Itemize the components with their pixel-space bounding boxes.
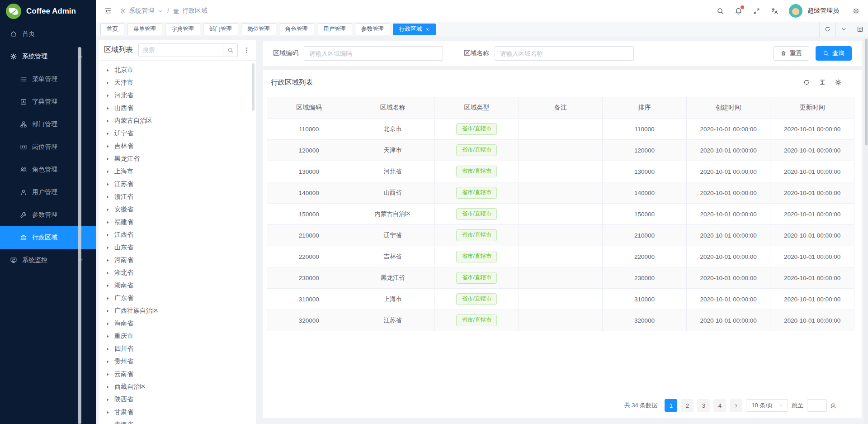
sidebar-item-system-monitor[interactable]: 系统监控 xyxy=(0,249,96,272)
tree-item[interactable]: 安徽省 xyxy=(99,203,256,216)
tree-item[interactable]: 山东省 xyxy=(99,241,256,254)
next-page-button[interactable] xyxy=(730,399,742,412)
refresh-tab-button[interactable] xyxy=(819,22,835,37)
tree-item[interactable]: 四川省 xyxy=(99,343,256,355)
sidebar-subitem-7[interactable]: 参数管理 xyxy=(0,204,96,226)
tree-item[interactable]: 浙江省 xyxy=(99,191,256,203)
maximize-content-button[interactable] xyxy=(852,22,868,37)
table-title: 行政区域列表 xyxy=(271,78,313,87)
tree-item-label: 甘肃省 xyxy=(114,408,133,416)
tree-item-label: 重庆市 xyxy=(114,332,133,340)
close-tab-icon[interactable] xyxy=(425,27,429,32)
tree-search-input[interactable] xyxy=(139,44,223,57)
collapse-sidebar-button[interactable] xyxy=(104,7,112,15)
tree-item[interactable]: 陕西省 xyxy=(99,393,256,406)
tree-search-button[interactable] xyxy=(223,44,237,57)
tab-5[interactable]: 岗位管理 xyxy=(241,24,276,35)
tree-item[interactable]: 重庆市 xyxy=(99,330,256,343)
tree-scrollbar-thumb[interactable] xyxy=(252,63,255,111)
tabs-dropdown-button[interactable] xyxy=(835,22,852,37)
table-cell: 2020-10-01 00:00:00 xyxy=(770,289,854,310)
tree-item[interactable]: 湖北省 xyxy=(99,267,256,279)
tree-more-options-icon[interactable] xyxy=(243,47,250,54)
tree-item[interactable]: 江苏省 xyxy=(99,178,256,191)
sidebar-subitem-6[interactable]: 用户管理 xyxy=(0,181,96,204)
table-cell: 省市/直辖市 xyxy=(435,225,519,246)
column-settings-icon[interactable] xyxy=(835,79,842,86)
tab-2[interactable]: 菜单管理 xyxy=(127,24,162,35)
jump-page-input[interactable] xyxy=(807,399,827,412)
page-button-2[interactable]: 2 xyxy=(681,399,693,412)
sidebar-subitem-2[interactable]: 字典管理 xyxy=(0,91,96,113)
fullscreen-icon[interactable] xyxy=(753,7,760,15)
pagination-total: 共 34 条数据 xyxy=(624,401,658,410)
tab-1[interactable]: 首页 xyxy=(100,24,124,35)
search-icon[interactable] xyxy=(717,7,724,15)
table-cell: 140000 xyxy=(603,182,687,204)
sidebar-scrollbar[interactable] xyxy=(78,47,81,424)
sidebar-subitem-3[interactable]: 部门管理 xyxy=(0,113,96,136)
tab-label: 参数管理 xyxy=(361,25,384,33)
breadcrumb-separator: / xyxy=(167,7,169,14)
tab-9[interactable]: 行政区域 xyxy=(393,24,436,35)
tree-item[interactable]: 北京市 xyxy=(99,64,256,76)
caret-right-icon xyxy=(105,220,110,225)
tab-4[interactable]: 部门管理 xyxy=(203,24,238,35)
caret-right-icon xyxy=(105,283,110,288)
tree-item[interactable]: 湖南省 xyxy=(99,279,256,292)
tree-item[interactable]: 内蒙古自治区 xyxy=(99,114,256,127)
region-name-input[interactable] xyxy=(495,46,634,61)
tree-item[interactable]: 福建省 xyxy=(99,216,256,229)
tab-3[interactable]: 字典管理 xyxy=(165,24,200,35)
caret-right-icon xyxy=(105,106,110,111)
page-button-4[interactable]: 4 xyxy=(713,399,726,412)
tab-8[interactable]: 参数管理 xyxy=(355,24,390,35)
tree-panel-title: 区域列表 xyxy=(104,45,133,55)
table-cell: 2020-10-01 00:00:00 xyxy=(770,182,854,204)
tab-7[interactable]: 用户管理 xyxy=(317,24,352,35)
tree-item[interactable]: 河北省 xyxy=(99,89,256,102)
sidebar-subitem-1[interactable]: 菜单管理 xyxy=(0,68,96,91)
sidebar-item-system-management[interactable]: 系统管理 xyxy=(0,45,96,68)
notifications-button[interactable] xyxy=(735,7,742,15)
sidebar-subitem-4[interactable]: 岗位管理 xyxy=(0,136,96,158)
page-button-3[interactable]: 3 xyxy=(697,399,710,412)
table-cell: 省市/直辖市 xyxy=(435,246,519,267)
tree-item[interactable]: 吉林省 xyxy=(99,140,256,152)
tree-item[interactable]: 天津市 xyxy=(99,76,256,89)
breadcrumb-item-system[interactable]: 系统管理 xyxy=(119,7,164,15)
page-scrollbar[interactable] xyxy=(864,37,868,424)
settings-gear-icon[interactable] xyxy=(852,7,860,15)
refresh-table-icon[interactable] xyxy=(803,79,810,86)
page-button-1[interactable]: 1 xyxy=(665,399,677,412)
tree-item[interactable]: 云南省 xyxy=(99,368,256,381)
translate-icon[interactable] xyxy=(771,7,778,15)
tree-item[interactable]: 西藏自治区 xyxy=(99,381,256,393)
sidebar-subitem-5[interactable]: 角色管理 xyxy=(0,158,96,181)
tree-item-label: 福建省 xyxy=(114,218,133,226)
tree-item[interactable]: 广东省 xyxy=(99,292,256,305)
tree-item[interactable]: 黑龙江省 xyxy=(99,152,256,165)
row-density-icon[interactable] xyxy=(819,79,826,86)
department-icon xyxy=(20,121,27,128)
tree-item[interactable]: 青海省 xyxy=(99,419,256,424)
tree-item[interactable]: 海南省 xyxy=(99,317,256,330)
reset-button[interactable]: 重置 xyxy=(773,46,809,61)
user-avatar[interactable] xyxy=(789,4,802,18)
tree-item[interactable]: 江西省 xyxy=(99,229,256,241)
tree-item[interactable]: 甘肃省 xyxy=(99,406,256,419)
search-button[interactable]: 查询 xyxy=(816,46,852,61)
tree-item[interactable]: 山西省 xyxy=(99,102,256,114)
tree-item[interactable]: 广西壮族自治区 xyxy=(99,305,256,317)
page-size-select[interactable]: 10 条/页 xyxy=(746,399,788,412)
tree-item[interactable]: 上海市 xyxy=(99,165,256,178)
sidebar-subitem-8[interactable]: 行政区域 xyxy=(0,226,96,249)
user-name[interactable]: 超级管理员 xyxy=(807,7,839,15)
sidebar-item-home[interactable]: 首页 xyxy=(0,23,96,45)
tree-item[interactable]: 辽宁省 xyxy=(99,127,256,140)
tab-6[interactable]: 角色管理 xyxy=(279,24,314,35)
region-code-input[interactable] xyxy=(304,46,443,61)
page-scrollbar-thumb[interactable] xyxy=(865,39,868,145)
tree-item[interactable]: 贵州省 xyxy=(99,355,256,368)
tree-item[interactable]: 河南省 xyxy=(99,254,256,267)
